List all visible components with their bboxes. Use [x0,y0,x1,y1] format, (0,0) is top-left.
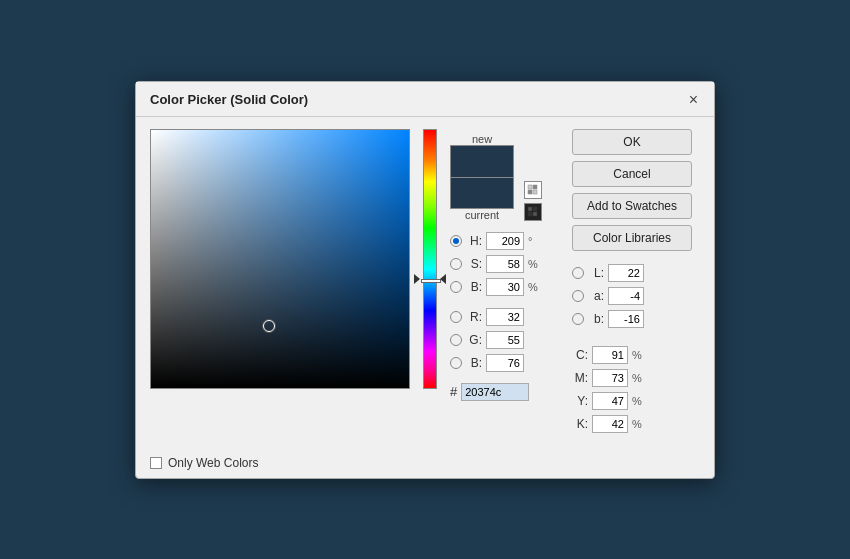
cancel-button[interactable]: Cancel [572,161,692,187]
hsb-inputs: H: ° S: % B: % [450,231,560,297]
cmyk-c-unit: % [632,349,642,361]
cmyk-m-label: M: [572,371,588,385]
lab-a-label: a: [588,289,604,303]
blue-input[interactable] [486,354,524,372]
green-label: G: [466,333,482,347]
brightness-unit: % [528,281,542,293]
cmyk-m-input[interactable] [592,369,628,387]
hex-row: # [450,383,560,401]
lab-a-input[interactable] [608,287,644,305]
saturation-row: S: % [450,254,560,274]
brightness-radio[interactable] [450,281,462,293]
lab-l-label: L: [588,266,604,280]
blue-row: B: [450,353,560,373]
ok-button[interactable]: OK [572,129,692,155]
only-web-colors-label: Only Web Colors [168,456,258,470]
saturation-unit: % [528,258,542,270]
add-to-swatches-button[interactable]: Add to Swatches [572,193,692,219]
red-row: R: [450,307,560,327]
cmyk-y-row: Y: % [572,391,692,411]
lab-a-row: a: [572,286,692,306]
hue-slider[interactable] [423,129,437,389]
blue-radio[interactable] [450,357,462,369]
cmyk-y-label: Y: [572,394,588,408]
color-current-swatch [450,177,514,209]
color-gradient-field[interactable] [150,129,410,389]
red-input[interactable] [486,308,524,326]
saturation-radio[interactable] [450,258,462,270]
hue-arrow-left [440,274,446,284]
hue-radio[interactable] [450,235,462,247]
current-label: current [465,209,499,221]
svg-rect-1 [533,185,537,189]
right-section: OK Cancel Add to Swatches Color Librarie… [572,129,692,434]
dialog-body: new current [136,117,714,448]
lab-inputs: L: a: b: [572,263,692,329]
rgb-inputs: R: G: B: [450,307,560,373]
color-picker-dialog: Color Picker (Solid Color) × [135,81,715,479]
brightness-input[interactable] [486,278,524,296]
cmyk-k-row: K: % [572,414,692,434]
hue-unit: ° [528,235,542,247]
cmyk-k-label: K: [572,417,588,431]
green-radio[interactable] [450,334,462,346]
brightness-row: B: % [450,277,560,297]
lab-l-input[interactable] [608,264,644,282]
hex-input[interactable] [461,383,529,401]
dialog-title: Color Picker (Solid Color) [150,92,308,107]
lab-l-radio[interactable] [572,267,584,279]
middle-section: new current [450,129,560,434]
close-button[interactable]: × [687,92,700,108]
blue-label: B: [466,356,482,370]
bottom-bar: Only Web Colors [136,448,714,478]
svg-rect-6 [528,212,532,216]
green-input[interactable] [486,331,524,349]
hue-row: H: ° [450,231,560,251]
lab-l-row: L: [572,263,692,283]
lab-b-radio[interactable] [572,313,584,325]
cmyk-inputs: C: % M: % Y: % K: % [572,345,692,434]
cmyk-c-row: C: % [572,345,692,365]
saturation-input[interactable] [486,255,524,273]
hue-label: H: [466,234,482,248]
lab-b-input[interactable] [608,310,644,328]
cmyk-c-input[interactable] [592,346,628,364]
lab-b-label: b: [588,312,604,326]
hue-slider-wrap [422,129,438,389]
green-row: G: [450,330,560,350]
title-bar: Color Picker (Solid Color) × [136,82,714,117]
svg-rect-4 [528,207,532,211]
color-field-wrap [150,129,410,434]
hue-thumb [421,279,441,283]
cmyk-k-unit: % [632,418,642,430]
cmyk-m-unit: % [632,372,642,384]
lab-a-radio[interactable] [572,290,584,302]
svg-rect-0 [528,185,532,189]
swatch-icon-top[interactable] [524,181,542,199]
cmyk-k-input[interactable] [592,415,628,433]
new-label: new [472,133,492,145]
red-radio[interactable] [450,311,462,323]
svg-rect-2 [528,190,532,194]
hue-arrow-right [414,274,420,284]
cmyk-y-unit: % [632,395,642,407]
color-libraries-button[interactable]: Color Libraries [572,225,692,251]
hex-label: # [450,384,457,399]
cmyk-c-label: C: [572,348,588,362]
cmyk-m-row: M: % [572,368,692,388]
svg-rect-3 [533,190,537,194]
color-new-swatch [450,145,514,177]
cmyk-y-input[interactable] [592,392,628,410]
svg-rect-5 [533,207,537,211]
saturation-label: S: [466,257,482,271]
lab-b-row: b: [572,309,692,329]
hue-input[interactable] [486,232,524,250]
brightness-label: B: [466,280,482,294]
svg-rect-7 [533,212,537,216]
preview-wrap: new current [450,133,560,221]
swatch-icon-bottom[interactable] [524,203,542,221]
only-web-colors-checkbox[interactable] [150,457,162,469]
red-label: R: [466,310,482,324]
color-field-dark [151,130,409,388]
